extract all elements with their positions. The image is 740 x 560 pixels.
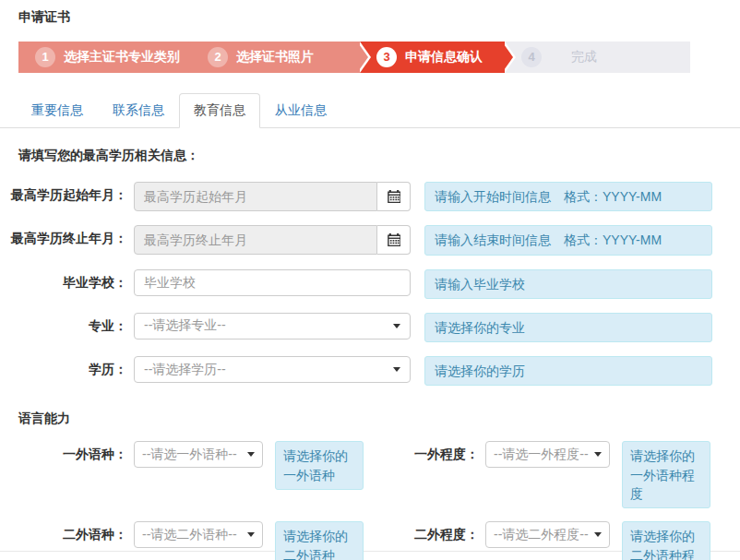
major-select[interactable]: --请选择专业-- <box>134 313 411 340</box>
step-label: 完成 <box>571 49 597 66</box>
chevron-down-icon <box>393 367 400 372</box>
degree-hint: 请选择你的学历 <box>424 356 712 386</box>
tab-contact-info[interactable]: 联系信息 <box>98 93 179 128</box>
calendar-icon <box>388 233 400 246</box>
degree-selected-value: --请选择学历-- <box>144 362 388 378</box>
step-label: 选择证书照片 <box>236 49 314 66</box>
level1-hint: 请选择你的一外语种程度 <box>622 441 710 508</box>
certificate-application-page: 申请证书 1 选择主证书专业类别 2 选择证书照片 3 申请信息确认 4 完成 … <box>0 0 740 552</box>
form-row-language-1: 一外语种： --请选一外语种-- 请选择你的一外语种 一外程度： --请选一外程… <box>0 441 740 508</box>
step-number-badge: 2 <box>208 47 228 67</box>
end-date-calendar-button[interactable] <box>377 225 411 255</box>
form-row-major: 专业： --请选择专业-- 请选择你的专业 <box>0 313 740 342</box>
step-wizard: 1 选择主证书专业类别 2 选择证书照片 3 申请信息确认 4 完成 <box>18 42 690 73</box>
step-label: 选择主证书专业类别 <box>64 49 180 66</box>
education-section-title: 请填写您的最高学历相关信息： <box>0 128 740 164</box>
form-row-language-2: 二外语种： --请选二外语种-- 请选择你的二外语种 二外程度： --请选二外程… <box>0 521 740 560</box>
chevron-down-icon <box>393 324 400 328</box>
form-row-start-date: 最高学历起始年月： 请输入开始时间信息 格式：YYYY-MM <box>0 182 740 211</box>
chevron-down-icon <box>247 532 255 537</box>
end-date-hint: 请输入结束时间信息 格式：YYYY-MM <box>424 225 712 255</box>
language-section-title: 语言能力 <box>0 399 740 427</box>
lang1-select[interactable]: --请选一外语种-- <box>134 441 263 468</box>
tab-employment-info[interactable]: 从业信息 <box>260 93 341 128</box>
start-date-input[interactable] <box>134 182 377 211</box>
school-input[interactable] <box>134 269 411 296</box>
level2-selected-value: --请选二外程度-- <box>494 527 589 543</box>
lang1-label: 一外语种： <box>0 441 127 463</box>
page-title: 申请证书 <box>0 9 740 26</box>
start-date-calendar-button[interactable] <box>377 182 411 211</box>
level2-hint: 请选择你的二外语种程度 <box>622 521 710 560</box>
info-tabs: 重要信息 联系信息 教育信息 从业信息 <box>0 93 740 128</box>
degree-label: 学历： <box>0 356 127 378</box>
start-date-label: 最高学历起始年月： <box>0 182 127 204</box>
lang2-select[interactable]: --请选二外语种-- <box>134 521 263 548</box>
step-number-badge: 1 <box>35 47 55 67</box>
chevron-down-icon <box>594 452 602 457</box>
major-label: 专业： <box>0 313 127 335</box>
form-row-degree: 学历： --请选择学历-- 请选择你的学历 <box>0 356 740 386</box>
start-date-hint: 请输入开始时间信息 格式：YYYY-MM <box>424 182 712 211</box>
school-label: 毕业学校： <box>0 269 127 292</box>
step-label: 申请信息确认 <box>405 49 483 66</box>
end-date-label: 最高学历终止年月： <box>0 225 127 247</box>
level1-select[interactable]: --请选一外程度-- <box>485 441 610 468</box>
lang2-hint: 请选择你的二外语种 <box>275 521 364 560</box>
level2-select[interactable]: --请选二外程度-- <box>485 521 610 548</box>
step-number-badge: 3 <box>376 47 397 67</box>
chevron-down-icon <box>594 532 602 537</box>
lang2-label: 二外语种： <box>0 521 127 543</box>
level1-label: 一外程度： <box>387 441 479 463</box>
school-hint: 请输入毕业学校 <box>424 269 712 299</box>
lang1-selected-value: --请选一外语种-- <box>142 447 242 463</box>
wizard-step-3-current: 3 申请信息确认 <box>360 42 505 73</box>
level1-selected-value: --请选一外程度-- <box>494 447 589 463</box>
chevron-down-icon <box>247 452 255 457</box>
wizard-step-4: 4 完成 <box>505 42 690 73</box>
lang2-selected-value: --请选二外语种-- <box>142 527 242 543</box>
tab-education-info[interactable]: 教育信息 <box>179 93 260 128</box>
tab-important-info[interactable]: 重要信息 <box>17 93 98 128</box>
form-row-school: 毕业学校： 请输入毕业学校 <box>0 269 740 299</box>
form-row-end-date: 最高学历终止年月： 请输入结束时间信息 格式：YYYY-MM <box>0 225 740 255</box>
wizard-step-1: 1 选择主证书专业类别 <box>18 42 191 73</box>
major-selected-value: --请选择专业-- <box>144 317 388 334</box>
end-date-input[interactable] <box>134 225 377 255</box>
calendar-icon <box>388 190 400 203</box>
major-hint: 请选择你的专业 <box>424 313 712 342</box>
level2-label: 二外程度： <box>387 521 479 543</box>
degree-select[interactable]: --请选择学历-- <box>134 356 411 383</box>
step-number-badge: 4 <box>521 47 542 67</box>
lang1-hint: 请选择你的一外语种 <box>275 441 364 490</box>
wizard-step-2: 2 选择证书照片 <box>191 42 360 73</box>
